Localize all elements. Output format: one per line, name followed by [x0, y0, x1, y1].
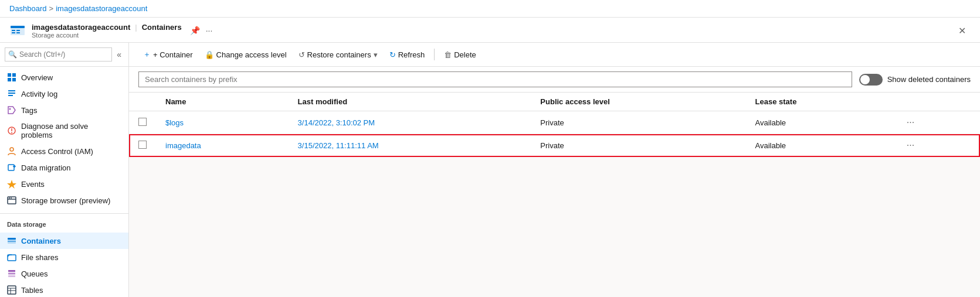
svg-rect-32	[8, 275, 15, 277]
breadcrumb-current[interactable]: imagesdatastorageaccount	[56, 4, 147, 13]
svg-point-17	[11, 132, 12, 134]
queues-icon	[7, 269, 16, 278]
refresh-label: Refresh	[398, 50, 425, 59]
nav-section-data-storage: Containers File shares Queues Tables	[0, 230, 128, 297]
sidebar-item-diagnose[interactable]: Diagnose and solve problems	[0, 118, 128, 143]
sidebar-item-label: File shares	[21, 253, 59, 262]
toolbar: ＋ + Container 🔒 Change access level ↺ Re…	[129, 43, 980, 67]
container-search-input[interactable]	[138, 71, 852, 87]
delete-label: Delete	[454, 50, 476, 59]
svg-rect-12	[8, 95, 13, 96]
svg-rect-3	[12, 32, 15, 33]
overview-icon	[7, 73, 16, 82]
toggle-row: Show deleted containers	[859, 74, 971, 86]
col-lease-state: Lease state	[746, 93, 893, 111]
svg-rect-10	[8, 90, 15, 91]
row-actions-cell: ···	[893, 134, 980, 157]
table-row: imagedata 3/15/2022, 11:11:11 AM Private…	[129, 134, 980, 157]
row-access-level: Private	[531, 111, 745, 134]
sidebar-item-iam[interactable]: Access Control (IAM)	[0, 143, 128, 159]
content-area: ＋ + Container 🔒 Change access level ↺ Re…	[129, 43, 980, 297]
sidebar-item-fileshares[interactable]: File shares	[0, 249, 128, 265]
restore-chevron: ▾	[374, 50, 378, 59]
row-more-button[interactable]: ···	[902, 116, 919, 129]
refresh-button[interactable]: ↻ Refresh	[385, 47, 430, 62]
row-name[interactable]: $logs	[156, 111, 289, 134]
svg-rect-19	[8, 165, 14, 170]
sidebar-item-activity-log[interactable]: Activity log	[0, 86, 128, 102]
tags-icon	[7, 105, 16, 115]
svg-rect-31	[8, 273, 15, 275]
table-area: Name Last modified Public access level L…	[129, 93, 980, 297]
sidebar-item-tables[interactable]: Tables	[0, 282, 128, 297]
svg-rect-33	[8, 286, 16, 294]
migration-icon	[7, 163, 16, 172]
delete-button[interactable]: 🗑 Delete	[439, 47, 481, 62]
row-checkbox-cell	[129, 111, 156, 134]
show-deleted-toggle[interactable]	[859, 74, 883, 86]
more-options-icon[interactable]: ···	[206, 26, 213, 35]
collapse-sidebar-button[interactable]: «	[114, 47, 124, 62]
col-name: Name	[156, 93, 289, 111]
add-container-button[interactable]: ＋ + Container	[138, 46, 198, 63]
change-access-button[interactable]: 🔒 Change access level	[200, 47, 291, 62]
svg-rect-5	[16, 32, 20, 33]
restore-label: Restore containers	[307, 50, 371, 59]
sidebar-item-browser[interactable]: Storage browser (preview)	[0, 192, 128, 209]
toggle-knob	[860, 75, 870, 84]
page-subtitle: Storage account	[32, 32, 182, 39]
svg-point-18	[10, 148, 13, 151]
row-checkbox[interactable]	[138, 141, 147, 149]
svg-rect-11	[8, 93, 15, 94]
sidebar-item-containers[interactable]: Containers	[0, 233, 128, 249]
table-header: Name Last modified Public access level L…	[129, 93, 980, 111]
svg-marker-13	[8, 107, 15, 114]
svg-rect-2	[12, 30, 15, 31]
lock-icon: 🔒	[205, 50, 214, 59]
sidebar-item-label: Storage browser (preview)	[21, 196, 110, 205]
col-actions	[893, 93, 980, 111]
row-checkbox[interactable]	[138, 118, 147, 126]
activity-log-icon	[7, 89, 16, 98]
sidebar-item-label: Overview	[21, 73, 53, 82]
sidebar-item-tags[interactable]: Tags	[0, 102, 128, 118]
breadcrumb-dashboard[interactable]: Dashboard	[9, 4, 47, 13]
refresh-icon: ↻	[389, 50, 396, 59]
sidebar-item-migration[interactable]: Data migration	[0, 159, 128, 176]
svg-rect-6	[8, 73, 11, 77]
close-button[interactable]: ✕	[954, 23, 971, 39]
sidebar-item-label: Activity log	[21, 90, 57, 98]
breadcrumb-separator: >	[49, 4, 54, 13]
search-row: Show deleted containers	[129, 67, 980, 93]
sidebar-item-label: Queues	[21, 269, 48, 278]
pin-icon[interactable]: 📌	[190, 26, 200, 35]
search-icon: 🔍	[8, 50, 17, 59]
restore-icon: ↺	[299, 50, 305, 59]
row-lease-state: Available	[746, 111, 893, 134]
add-container-label: + Container	[153, 50, 193, 59]
page-title: imagesdatastorageaccount | Containers	[32, 23, 182, 32]
table-row: $logs 3/14/2022, 3:10:02 PM Private Avai…	[129, 111, 980, 134]
svg-rect-30	[8, 270, 15, 272]
search-input[interactable]	[5, 47, 112, 62]
sidebar-item-overview[interactable]: Overview	[0, 69, 128, 86]
row-access-level: Private	[531, 134, 745, 157]
sidebar-item-label: Tables	[21, 286, 43, 295]
row-actions-cell: ···	[893, 111, 980, 134]
svg-rect-9	[12, 78, 16, 81]
row-name[interactable]: imagedata	[156, 134, 289, 157]
sidebar-item-events[interactable]: Events	[0, 176, 128, 192]
svg-rect-1	[11, 26, 25, 28]
sidebar-item-queues[interactable]: Queues	[0, 265, 128, 282]
svg-rect-27	[8, 238, 16, 240]
row-last-modified: 3/15/2022, 11:11:11 AM	[289, 134, 531, 157]
breadcrumb-bar: Dashboard > imagesdatastorageaccount	[0, 0, 980, 18]
svg-point-14	[9, 108, 11, 110]
svg-point-25	[11, 197, 12, 199]
main-layout: 🔍 « Overview Activity log	[0, 43, 980, 297]
row-more-button[interactable]: ···	[902, 139, 919, 152]
row-lease-state: Available	[746, 134, 893, 157]
containers-table: Name Last modified Public access level L…	[129, 93, 980, 157]
sidebar: 🔍 « Overview Activity log	[0, 43, 129, 297]
restore-containers-button[interactable]: ↺ Restore containers ▾	[294, 47, 382, 62]
